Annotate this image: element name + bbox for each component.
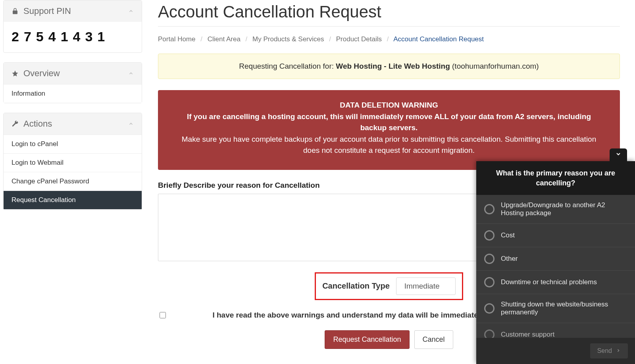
breadcrumb-item[interactable]: Product Details xyxy=(336,35,382,43)
radio-icon xyxy=(484,277,495,287)
survey-option-label: Shutting down the website/business perma… xyxy=(501,300,627,316)
chevron-right-icon xyxy=(616,347,621,354)
survey-option[interactable]: Cost xyxy=(476,224,635,247)
actions-panel: Actions Login to cPanel Login to Webmail… xyxy=(3,113,142,210)
radio-icon xyxy=(484,204,495,214)
wrench-icon xyxy=(12,120,19,127)
radio-icon xyxy=(484,254,495,264)
support-pin-panel: Support PIN 27541431 xyxy=(3,0,142,53)
survey-footer: Send xyxy=(476,338,635,364)
request-cancellation-button[interactable]: Request Cancellation xyxy=(325,330,409,349)
survey-option[interactable]: Downtime or technical problems xyxy=(476,271,635,294)
cancellation-type-select[interactable]: Immediate xyxy=(396,277,456,295)
cancellation-type-highlight: Cancellation Type Immediate xyxy=(315,272,463,300)
alert-product: Web Hosting - Lite Web Hosting xyxy=(336,62,450,70)
survey-option-label: Other xyxy=(501,255,518,263)
survey-popup: What is the primary reason you are cance… xyxy=(476,161,635,364)
alert-prefix: Requesting Cancellation for: xyxy=(239,62,336,70)
survey-collapse-tab[interactable] xyxy=(610,148,627,161)
breadcrumb-separator: / xyxy=(242,35,251,43)
survey-header: What is the primary reason you are cance… xyxy=(476,161,635,195)
actions-title: Actions xyxy=(23,119,52,129)
overview-panel: Overview Information xyxy=(3,62,142,103)
warning-line-2: Make sure you have complete backups of y… xyxy=(182,135,597,155)
breadcrumb-separator: / xyxy=(384,35,392,43)
radio-icon xyxy=(484,329,495,338)
survey-option[interactable]: Shutting down the website/business perma… xyxy=(476,294,635,323)
sidebar-item-change-password[interactable]: Change cPanel Password xyxy=(4,172,142,191)
support-pin-title: Support PIN xyxy=(23,6,71,16)
survey-send-button[interactable]: Send xyxy=(590,343,628,358)
warning-title: DATA DELETION WARNING xyxy=(174,100,604,111)
survey-option-label: Cost xyxy=(501,231,515,239)
chevron-up-icon xyxy=(128,68,134,79)
survey-options-list[interactable]: Upgrade/Downgrade to another A2 Hosting … xyxy=(476,195,635,338)
survey-option-label: Customer support xyxy=(501,331,554,338)
chevron-up-icon xyxy=(128,119,134,129)
survey-option-label: Upgrade/Downgrade to another A2 Hosting … xyxy=(501,201,627,217)
chevron-up-icon xyxy=(128,6,134,16)
sidebar-item-request-cancellation[interactable]: Request Cancellation xyxy=(4,191,142,209)
survey-option[interactable]: Upgrade/Downgrade to another A2 Hosting … xyxy=(476,195,635,224)
star-icon xyxy=(12,70,19,77)
breadcrumb: Portal Home / Client Area / My Products … xyxy=(158,27,620,54)
alert-domain: (toohumanforhuman.com) xyxy=(450,62,539,70)
breadcrumb-separator: / xyxy=(326,35,334,43)
survey-option-label: Downtime or technical problems xyxy=(501,278,597,286)
survey-option[interactable]: Customer support xyxy=(476,323,635,338)
overview-title: Overview xyxy=(23,68,60,79)
lock-icon xyxy=(12,8,19,15)
warning-line-1: If you are cancelling a hosting account,… xyxy=(174,111,604,134)
consent-checkbox[interactable] xyxy=(160,312,166,318)
actions-header[interactable]: Actions xyxy=(4,113,142,135)
radio-icon xyxy=(484,303,495,314)
cancellation-type-label: Cancellation Type xyxy=(322,281,390,291)
data-deletion-warning: DATA DELETION WARNING If you are cancell… xyxy=(158,90,620,170)
sidebar-item-login-webmail[interactable]: Login to Webmail xyxy=(4,153,142,172)
breadcrumb-item[interactable]: Client Area xyxy=(208,35,241,43)
sidebar-item-login-cpanel[interactable]: Login to cPanel xyxy=(4,135,142,153)
support-pin-header[interactable]: Support PIN xyxy=(4,0,142,22)
breadcrumb-item[interactable]: Portal Home xyxy=(158,35,195,43)
breadcrumb-item[interactable]: My Products & Services xyxy=(252,35,324,43)
cancel-button[interactable]: Cancel xyxy=(414,330,453,349)
support-pin-value: 27541431 xyxy=(4,22,142,52)
send-label: Send xyxy=(597,347,612,354)
breadcrumb-separator: / xyxy=(197,35,206,43)
requesting-cancellation-alert: Requesting Cancellation for: Web Hosting… xyxy=(158,54,620,79)
survey-option[interactable]: Other xyxy=(476,247,635,271)
sidebar-item-information[interactable]: Information xyxy=(4,84,142,103)
chevron-down-icon xyxy=(615,151,622,159)
sidebar: Support PIN 27541431 Overview Informatio… xyxy=(3,0,146,364)
breadcrumb-current: Account Cancellation Request xyxy=(393,35,484,43)
page-title: Account Cancellation Request xyxy=(158,0,620,27)
radio-icon xyxy=(484,230,495,241)
overview-header[interactable]: Overview xyxy=(4,63,142,84)
